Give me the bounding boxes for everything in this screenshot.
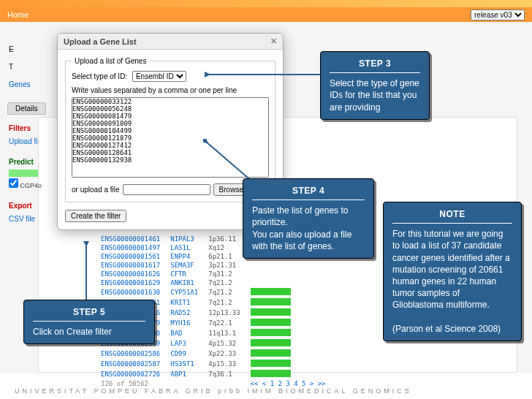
arrow-step3	[205, 69, 322, 80]
filters-heading: Filters	[9, 123, 42, 134]
table-row[interactable]: ENSG00000001630CYP51A17q21.2	[96, 288, 330, 297]
callout-title: STEP 5	[33, 306, 145, 322]
side-genes[interactable]: Genes	[9, 79, 42, 91]
close-icon[interactable]: ✕	[270, 37, 277, 46]
dialog-title: Upload a Gene List	[64, 37, 137, 46]
table-footer: 126 of 50562<< < 1 2 3 4 5 > >>	[96, 380, 330, 387]
side-e: E	[9, 44, 42, 56]
table-row[interactable]: ENSG00000002586CD99Xp22.33	[96, 349, 330, 358]
cgp-label: CGP4o	[20, 182, 42, 189]
nav-bar: Home release v03 ★	[0, 7, 532, 22]
callout-title: STEP 4	[252, 185, 365, 200]
table-row[interactable]: ENSG00000001629ANKIB17q21.2	[96, 279, 330, 286]
callout-note: NOTE For this tutorial we are going to l…	[383, 202, 522, 341]
file-label: or upload a file	[72, 186, 120, 194]
arrow-step5	[79, 241, 94, 301]
callout-title: NOTE	[392, 208, 512, 224]
callout-body: For this tutorial we are going to load a…	[392, 228, 512, 335]
table-row[interactable]: ENSG00000002587HS3ST14p15.33	[96, 360, 330, 368]
table-row[interactable]: ENSG00000001617SEMA3F3p21.31	[96, 262, 330, 269]
callout-step5: STEP 5 Click on Create filter	[23, 300, 155, 344]
id-type-select[interactable]: Ensembl ID	[132, 71, 186, 82]
footer-logos: UNIVERSITAT POMPEU FABRA GRIB prbb IMIM …	[15, 387, 412, 395]
callout-title: STEP 3	[330, 58, 420, 73]
upload-link[interactable]: Upload fi	[9, 137, 37, 145]
textarea-label: Write values separated by a comma or one…	[72, 86, 269, 94]
main-area: Details E T Genes Filters Upload fi Pred…	[0, 22, 532, 373]
callout-body: Paste the list of genes to prioritize. Y…	[252, 205, 365, 252]
release-select[interactable]: release v03	[471, 10, 525, 20]
table-row[interactable]: ENSG00000002726ABP17q36.1	[96, 370, 330, 379]
predictors-heading: Predict	[9, 156, 42, 168]
brand-bar	[0, 0, 532, 7]
table-row[interactable]: ENSG00000001626CFTR7q31.2	[96, 270, 330, 278]
predictor-bar	[9, 170, 38, 177]
side-labels: E T Genes Filters Upload fi Predict CGP4…	[9, 44, 42, 227]
id-type-label: Select type of ID:	[72, 72, 127, 80]
file-path-input[interactable]	[123, 184, 210, 195]
nav-home[interactable]: Home	[7, 10, 28, 19]
callout-body: Select the type of gene IDs for the list…	[330, 77, 420, 113]
callout-step4: STEP 4 Paste the list of genes to priori…	[243, 178, 374, 259]
fieldset-legend: Upload a list of Genes	[72, 57, 149, 65]
callout-step3: STEP 3 Select the type of gene IDs for t…	[320, 51, 430, 120]
side-t: T	[9, 61, 42, 73]
callout-body: Click on Create filter	[33, 326, 145, 338]
csv-link[interactable]: CSV file	[9, 215, 35, 223]
cgp-checkbox[interactable]	[9, 178, 18, 188]
create-filter-button[interactable]: Create the filter	[65, 210, 126, 222]
export-heading: Export	[9, 200, 42, 212]
